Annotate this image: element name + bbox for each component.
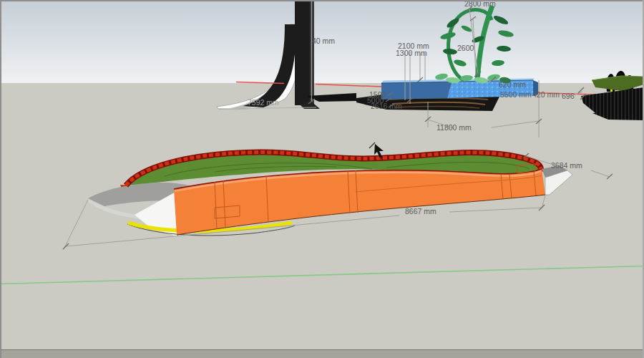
ground-front-face — [0, 350, 644, 358]
dim-label-5500[interactable]: 5500 mm — [500, 90, 532, 99]
frame-top — [0, 0, 644, 1]
dim-label-tower-width[interactable]: 7592 mm — [248, 98, 279, 107]
dim-label-1300[interactable]: 1300 mm — [396, 49, 427, 57]
planter-face-left — [381, 82, 452, 100]
scene-canvas[interactable]: 40 mm 7592 mm 2800 mm 2600 2100 mm 1300 … — [0, 0, 644, 358]
dim-label-tower-height[interactable]: 40 mm — [312, 37, 335, 45]
dim-label-3684[interactable]: 3684 mm — [551, 161, 582, 170]
dim-label-420[interactable]: 420 mm — [532, 90, 560, 99]
tower-column — [295, 0, 310, 105]
dim-label-8667[interactable]: 8667 mm — [405, 207, 436, 216]
dim-label-2616[interactable]: 2616 mm — [371, 102, 402, 110]
frame-left — [0, 0, 1, 358]
modeling-viewport[interactable]: 40 mm 7592 mm 2800 mm 2600 2100 mm 1300 … — [0, 0, 644, 358]
dim-label-620[interactable]: 620 mm — [499, 80, 526, 89]
ground-plane — [0, 83, 644, 358]
dim-label-11800[interactable]: 11800 mm — [436, 123, 472, 132]
dim-label-696[interactable]: 696 — [562, 92, 575, 100]
dim-label-plant-mid[interactable]: 2600 — [457, 44, 474, 52]
